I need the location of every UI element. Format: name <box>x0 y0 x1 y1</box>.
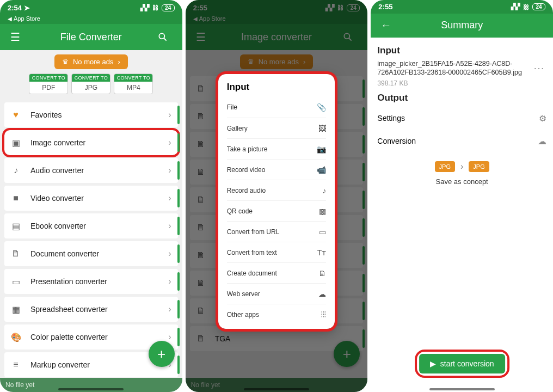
accent-strip <box>177 272 180 291</box>
convert-chips-row: CONVERT TO PDF CONVERT TO JPG CONVERT TO… <box>0 74 182 100</box>
chevron-right-icon: › <box>168 277 171 286</box>
list-item-spreadsheet[interactable]: ▦ Spreadsheet converter › <box>4 297 178 322</box>
file-icon <box>196 334 205 344</box>
input-qr[interactable]: QR code▩ <box>227 200 327 221</box>
arrow-right-icon: › <box>460 162 463 171</box>
menu-button[interactable]: ☰ <box>191 30 211 44</box>
back-button[interactable]: ← <box>376 19 396 32</box>
battery-badge: 24 <box>532 3 545 10</box>
link-icon: ⛓ <box>337 4 343 11</box>
input-record-video[interactable]: Record video📹 <box>227 159 327 180</box>
link-icon: ⛓ <box>523 4 529 10</box>
input-web-server[interactable]: Web server☁ <box>227 283 327 304</box>
save-as-concept[interactable]: Save as concept <box>377 177 546 186</box>
doc-icon: 🗎 <box>318 269 326 278</box>
input-text[interactable]: Convert from textTᴛ <box>227 242 327 262</box>
accent-strip <box>177 217 180 235</box>
input-take-picture[interactable]: Take a picture📷 <box>227 138 327 159</box>
screen-file-converter: 2:54 ➤ ▞▞ ⛓ 24 ◀ App Store ☰ File Conver… <box>0 0 182 392</box>
chip-pdf[interactable]: CONVERT TO PDF <box>29 74 68 94</box>
start-conversion-highlight: ▶ start conversion <box>417 352 507 376</box>
qr-icon: ▩ <box>319 207 326 216</box>
svg-line-3 <box>349 39 352 41</box>
image-icon: 🖼 <box>318 124 326 133</box>
chip-mp4[interactable]: CONVERT TO MP4 <box>114 74 153 94</box>
doc-icon: 🗎 <box>11 249 21 259</box>
screen-icon: ▭ <box>11 277 21 287</box>
conversion-row[interactable]: Conversion ☁ <box>377 130 546 152</box>
attach-icon: 📎 <box>317 103 326 112</box>
fab-add[interactable]: + <box>334 341 360 367</box>
input-url[interactable]: Convert from URL▭ <box>227 221 327 242</box>
settings-label: Settings <box>377 114 405 122</box>
home-indicator <box>429 388 495 390</box>
accent-strip <box>177 161 180 180</box>
input-gallery[interactable]: Gallery🖼 <box>227 118 327 138</box>
camera-icon: 📷 <box>317 145 326 154</box>
output-heading: Output <box>377 93 546 103</box>
status-bar: 2:55 ▞▞ ⛓ 24 <box>371 0 553 14</box>
search-button[interactable] <box>342 32 362 42</box>
page-title: Image converter <box>211 32 343 43</box>
list-item-favorites[interactable]: ♥ Favorites › <box>4 102 178 127</box>
back-to-appstore[interactable]: ◀ App Store <box>186 15 368 24</box>
chevron-right-icon: › <box>168 304 171 314</box>
status-time: 2:55 <box>378 3 392 11</box>
no-ads-row: ♛ No more ads › <box>0 50 182 74</box>
start-label: start conversion <box>440 359 494 368</box>
music-icon: ♪ <box>322 186 326 195</box>
play-icon: ▶ <box>430 359 436 368</box>
search-button[interactable] <box>157 32 177 42</box>
chevron-right-icon: › <box>168 110 171 120</box>
gear-icon: ⚙ <box>539 113 546 124</box>
more-menu-button[interactable]: ⋯ <box>531 59 546 77</box>
accent-strip <box>177 244 180 263</box>
list-item-image-converter[interactable]: ▣ Image converter › <box>4 130 178 155</box>
list-item-audio[interactable]: ♪ Audio converter › <box>4 158 178 183</box>
list-item-ebook[interactable]: ▤ Ebook converter › <box>4 213 178 238</box>
text-icon: Tᴛ <box>317 248 327 257</box>
to-format-chip[interactable]: JPG <box>469 161 489 172</box>
input-other-apps[interactable]: Other apps⦙⦙⦙ <box>227 304 327 324</box>
chip-jpg[interactable]: CONVERT TO JPG <box>71 74 110 94</box>
signal-icon: ▞▞ <box>325 4 334 11</box>
list-item-video[interactable]: ■ Video converter › <box>4 186 178 211</box>
battery-badge: 24 <box>347 4 360 11</box>
location-icon: ➤ <box>24 4 30 12</box>
back-label: App Store <box>199 15 226 22</box>
list-item-presentation[interactable]: ▭ Presentation converter › <box>4 269 178 294</box>
no-more-ads-chip[interactable]: ♛ No more ads › <box>54 54 128 69</box>
chevron-right-icon: › <box>303 58 305 66</box>
input-record-audio[interactable]: Record audio♪ <box>227 180 327 200</box>
back-label: App Store <box>14 15 40 22</box>
conversion-label: Conversion <box>377 137 416 145</box>
status-time: 2:54 <box>8 4 22 12</box>
status-bar: 2:55 ▞▞ ⛓ 24 <box>186 0 368 15</box>
menu-button[interactable]: ☰ <box>5 30 25 44</box>
cloud-icon: ☁ <box>318 290 326 298</box>
back-to-appstore[interactable]: ◀ App Store <box>0 15 182 24</box>
crown-icon: ♛ <box>62 58 69 66</box>
input-file[interactable]: File📎 <box>227 97 327 118</box>
fab-add[interactable]: + <box>149 341 175 367</box>
crown-icon: ♛ <box>248 58 254 66</box>
modal-title: Input <box>227 82 327 93</box>
battery-badge: 24 <box>162 4 175 11</box>
no-more-ads-chip[interactable]: ♛ No more ads › <box>240 54 314 69</box>
input-heading: Input <box>377 45 546 56</box>
input-create-doc[interactable]: Create document🗎 <box>227 262 327 283</box>
chevron-left-icon: ◀ <box>193 16 198 22</box>
settings-row[interactable]: Settings ⚙ <box>377 107 546 130</box>
chevron-right-icon: › <box>168 249 171 259</box>
accent-strip <box>177 328 180 346</box>
input-modal: Input File📎 Gallery🖼 Take a picture📷 Rec… <box>218 74 335 329</box>
no-ads-label: No more ads <box>73 58 113 66</box>
accent-strip <box>177 133 180 152</box>
list-item-document[interactable]: 🗎 Document converter › <box>4 241 178 266</box>
signal-icon: ▞▞ <box>140 4 149 11</box>
no-ads-label: No more ads <box>259 58 299 66</box>
no-ads-row: ♛ No more ads › <box>186 50 368 74</box>
start-conversion-button[interactable]: ▶ start conversion <box>419 354 505 373</box>
from-format-chip[interactable]: JPG <box>435 161 455 172</box>
svg-line-1 <box>164 39 166 41</box>
